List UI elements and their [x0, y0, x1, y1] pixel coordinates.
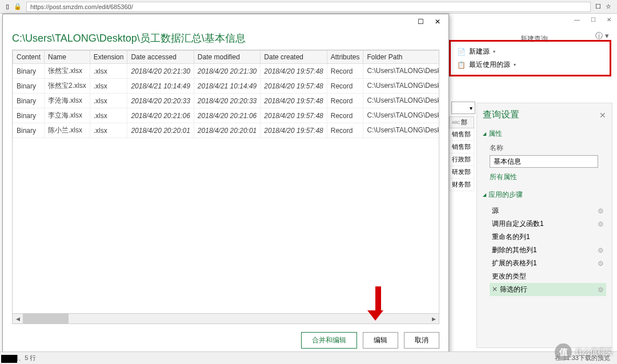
- table-cell: .xlsx: [90, 123, 127, 138]
- table-cell: .xlsx: [90, 64, 127, 79]
- table-cell: C:\Users\TALONG\Desktop\员工数据汇总: [363, 94, 439, 108]
- table-cell: Record: [327, 123, 363, 138]
- table-cell: 李沧海.xlsx: [45, 94, 90, 108]
- dialog-path-title: C:\Users\TALONG\Desktop\员工数据汇总\基本信息: [3, 29, 448, 50]
- scroll-left-button[interactable]: ◀: [13, 314, 23, 323]
- column-header[interactable]: Folder Path: [363, 51, 439, 64]
- table-cell: Record: [327, 79, 363, 94]
- table-row[interactable]: Binary李立海.xlsx.xlsx2018/4/20 20:21:06201…: [13, 108, 440, 123]
- column-header[interactable]: Date modified: [194, 51, 260, 64]
- column-header[interactable]: Attributes: [327, 51, 363, 64]
- table-cell: 张然宝2.xlsx: [45, 79, 90, 94]
- column-header[interactable]: Extension: [90, 51, 127, 64]
- table-cell: Binary: [13, 123, 45, 138]
- combine-edit-button[interactable]: 合并和编辑: [301, 332, 357, 349]
- table-cell: 2018/4/20 20:21:30: [194, 64, 260, 79]
- browser-tab[interactable]: ▯: [6, 3, 9, 10]
- edit-button[interactable]: 编辑: [363, 332, 398, 349]
- scroll-thumb[interactable]: [23, 314, 69, 323]
- table-cell: Binary: [13, 108, 45, 123]
- table-cell: .xlsx: [90, 108, 127, 123]
- column-header[interactable]: Name: [45, 51, 90, 64]
- table-cell: 2018/4/20 20:20:01: [194, 123, 260, 138]
- table-cell: Binary: [13, 79, 45, 94]
- table-cell: 2018/4/20 19:57:48: [261, 64, 327, 79]
- table-cell: Record: [327, 94, 363, 108]
- table-cell: 2018/4/20 20:21:30: [127, 64, 194, 79]
- dialog-close-button[interactable]: ✕: [429, 16, 446, 27]
- column-header[interactable]: Content: [13, 51, 45, 64]
- table-cell: Binary: [13, 64, 45, 79]
- table-cell: 2018/4/20 20:20:33: [194, 94, 260, 108]
- column-header[interactable]: Date accessed: [127, 51, 194, 64]
- dialog-maximize-button[interactable]: ☐: [412, 16, 429, 27]
- favorites-icon[interactable]: ☆: [606, 3, 611, 10]
- url-bar[interactable]: https://post.smzdm.com/edit/685360/: [26, 2, 591, 12]
- table-cell: 2018/4/21 10:14:49: [127, 79, 194, 94]
- table-cell: 2018/4/20 19:57:48: [261, 108, 327, 123]
- table-cell: 2018/4/20 20:21:06: [127, 108, 194, 123]
- table-cell: 2018/4/20 20:20:01: [127, 123, 194, 138]
- table-row[interactable]: Binary李沧海.xlsx.xlsx2018/4/20 20:20:33201…: [13, 94, 440, 108]
- horizontal-scrollbar[interactable]: ◀ ▶: [12, 314, 439, 324]
- table-cell: 张然宝.xlsx: [45, 64, 90, 79]
- table-cell: 2018/4/20 19:57:48: [261, 123, 327, 138]
- table-cell: 2018/4/21 10:14:49: [194, 79, 260, 94]
- table-cell: Record: [327, 64, 363, 79]
- cancel-button[interactable]: 取消: [404, 332, 439, 349]
- table-cell: 2018/4/20 20:21:06: [194, 108, 260, 123]
- table-cell: 2018/4/20 19:57:48: [261, 79, 327, 94]
- table-cell: Record: [327, 108, 363, 123]
- taskbar-fragment: [1, 355, 17, 363]
- column-header[interactable]: Date created: [261, 51, 327, 64]
- table-cell: C:\Users\TALONG\Desktop\员工数据汇总: [363, 123, 439, 138]
- folder-preview-dialog: ☐ ✕ C:\Users\TALONG\Desktop\员工数据汇总\基本信息 …: [2, 14, 449, 359]
- table-row[interactable]: Binary张然宝.xlsx.xlsx2018/4/20 20:21:30201…: [13, 64, 440, 79]
- table-cell: C:\Users\TALONG\Desktop\员工数据汇总: [363, 64, 439, 79]
- table-cell: 李立海.xlsx: [45, 108, 90, 123]
- table-row[interactable]: Binary张然宝2.xlsx.xlsx2018/4/21 10:14:4920…: [13, 79, 440, 94]
- table-cell: 2018/4/20 19:57:48: [261, 94, 327, 108]
- bookmark-icon[interactable]: ☐: [595, 3, 601, 10]
- table-cell: 2018/4/20 20:20:33: [127, 94, 194, 108]
- table-cell: C:\Users\TALONG\Desktop\员工数据汇总: [363, 79, 439, 94]
- table-cell: .xlsx: [90, 94, 127, 108]
- browser-tab-bar: ▯ 🔒 https://post.smzdm.com/edit/685360/ …: [0, 0, 617, 14]
- table-cell: C:\Users\TALONG\Desktop\员工数据汇总: [363, 108, 439, 123]
- table-row[interactable]: Binary陈小兰.xlsx.xlsx2018/4/20 20:20:01201…: [13, 123, 440, 138]
- status-bar: 9 列、5 行 在 11:33下载的预览: [0, 351, 617, 364]
- table-cell: .xlsx: [90, 79, 127, 94]
- table-cell: Binary: [13, 94, 45, 108]
- table-cell: 陈小兰.xlsx: [45, 123, 90, 138]
- lock-icon: 🔒: [14, 3, 22, 10]
- scroll-right-button[interactable]: ▶: [428, 314, 439, 323]
- status-right: 在 11:33下载的预览: [555, 354, 610, 362]
- files-table[interactable]: ContentNameExtensionDate accessedDate mo…: [12, 50, 439, 314]
